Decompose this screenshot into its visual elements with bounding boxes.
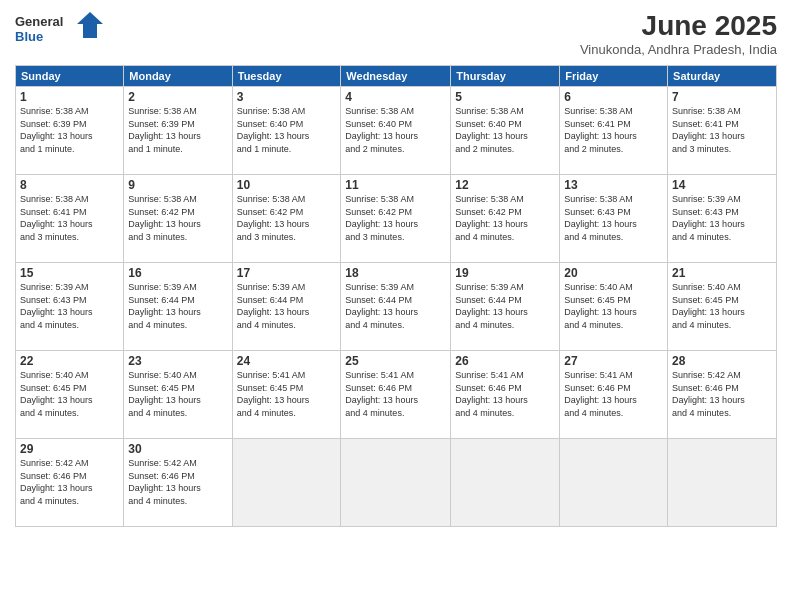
calendar-week-row: 22Sunrise: 5:40 AMSunset: 6:45 PMDayligh… xyxy=(16,351,777,439)
day-info: Sunrise: 5:38 AMSunset: 6:42 PMDaylight:… xyxy=(455,193,555,243)
col-thursday: Thursday xyxy=(451,66,560,87)
day-number: 17 xyxy=(237,266,337,280)
day-info: Sunrise: 5:41 AMSunset: 6:46 PMDaylight:… xyxy=(455,369,555,419)
day-number: 14 xyxy=(672,178,772,192)
page: General Blue June 2025 Vinukonda, Andhra… xyxy=(0,0,792,612)
day-info: Sunrise: 5:38 AMSunset: 6:41 PMDaylight:… xyxy=(20,193,119,243)
logo-svg: General Blue xyxy=(15,10,105,48)
day-info: Sunrise: 5:38 AMSunset: 6:42 PMDaylight:… xyxy=(345,193,446,243)
table-row: 14Sunrise: 5:39 AMSunset: 6:43 PMDayligh… xyxy=(668,175,777,263)
day-number: 24 xyxy=(237,354,337,368)
day-info: Sunrise: 5:42 AMSunset: 6:46 PMDaylight:… xyxy=(128,457,227,507)
table-row: 13Sunrise: 5:38 AMSunset: 6:43 PMDayligh… xyxy=(560,175,668,263)
table-row: 27Sunrise: 5:41 AMSunset: 6:46 PMDayligh… xyxy=(560,351,668,439)
day-number: 22 xyxy=(20,354,119,368)
table-row: 9Sunrise: 5:38 AMSunset: 6:42 PMDaylight… xyxy=(124,175,232,263)
table-row xyxy=(341,439,451,527)
day-number: 23 xyxy=(128,354,227,368)
day-info: Sunrise: 5:39 AMSunset: 6:43 PMDaylight:… xyxy=(672,193,772,243)
table-row: 6Sunrise: 5:38 AMSunset: 6:41 PMDaylight… xyxy=(560,87,668,175)
table-row: 25Sunrise: 5:41 AMSunset: 6:46 PMDayligh… xyxy=(341,351,451,439)
day-number: 20 xyxy=(564,266,663,280)
day-info: Sunrise: 5:41 AMSunset: 6:46 PMDaylight:… xyxy=(345,369,446,419)
table-row xyxy=(668,439,777,527)
table-row: 3Sunrise: 5:38 AMSunset: 6:40 PMDaylight… xyxy=(232,87,341,175)
day-number: 5 xyxy=(455,90,555,104)
table-row: 28Sunrise: 5:42 AMSunset: 6:46 PMDayligh… xyxy=(668,351,777,439)
day-number: 16 xyxy=(128,266,227,280)
svg-text:General: General xyxy=(15,14,63,29)
day-info: Sunrise: 5:40 AMSunset: 6:45 PMDaylight:… xyxy=(564,281,663,331)
col-tuesday: Tuesday xyxy=(232,66,341,87)
day-info: Sunrise: 5:41 AMSunset: 6:45 PMDaylight:… xyxy=(237,369,337,419)
day-info: Sunrise: 5:38 AMSunset: 6:42 PMDaylight:… xyxy=(128,193,227,243)
day-info: Sunrise: 5:39 AMSunset: 6:44 PMDaylight:… xyxy=(345,281,446,331)
table-row: 19Sunrise: 5:39 AMSunset: 6:44 PMDayligh… xyxy=(451,263,560,351)
location: Vinukonda, Andhra Pradesh, India xyxy=(580,42,777,57)
day-number: 7 xyxy=(672,90,772,104)
calendar-week-row: 1Sunrise: 5:38 AMSunset: 6:39 PMDaylight… xyxy=(16,87,777,175)
logo: General Blue xyxy=(15,10,105,48)
table-row: 10Sunrise: 5:38 AMSunset: 6:42 PMDayligh… xyxy=(232,175,341,263)
day-info: Sunrise: 5:40 AMSunset: 6:45 PMDaylight:… xyxy=(672,281,772,331)
table-row: 26Sunrise: 5:41 AMSunset: 6:46 PMDayligh… xyxy=(451,351,560,439)
col-monday: Monday xyxy=(124,66,232,87)
day-info: Sunrise: 5:38 AMSunset: 6:40 PMDaylight:… xyxy=(455,105,555,155)
day-info: Sunrise: 5:38 AMSunset: 6:41 PMDaylight:… xyxy=(672,105,772,155)
table-row: 7Sunrise: 5:38 AMSunset: 6:41 PMDaylight… xyxy=(668,87,777,175)
col-sunday: Sunday xyxy=(16,66,124,87)
table-row: 16Sunrise: 5:39 AMSunset: 6:44 PMDayligh… xyxy=(124,263,232,351)
day-number: 25 xyxy=(345,354,446,368)
col-wednesday: Wednesday xyxy=(341,66,451,87)
table-row: 2Sunrise: 5:38 AMSunset: 6:39 PMDaylight… xyxy=(124,87,232,175)
day-info: Sunrise: 5:41 AMSunset: 6:46 PMDaylight:… xyxy=(564,369,663,419)
table-row: 29Sunrise: 5:42 AMSunset: 6:46 PMDayligh… xyxy=(16,439,124,527)
table-row xyxy=(451,439,560,527)
table-row: 5Sunrise: 5:38 AMSunset: 6:40 PMDaylight… xyxy=(451,87,560,175)
day-number: 12 xyxy=(455,178,555,192)
day-number: 8 xyxy=(20,178,119,192)
table-row: 21Sunrise: 5:40 AMSunset: 6:45 PMDayligh… xyxy=(668,263,777,351)
table-row: 24Sunrise: 5:41 AMSunset: 6:45 PMDayligh… xyxy=(232,351,341,439)
day-number: 4 xyxy=(345,90,446,104)
table-row xyxy=(560,439,668,527)
day-info: Sunrise: 5:42 AMSunset: 6:46 PMDaylight:… xyxy=(20,457,119,507)
table-row xyxy=(232,439,341,527)
day-number: 11 xyxy=(345,178,446,192)
day-number: 10 xyxy=(237,178,337,192)
day-number: 26 xyxy=(455,354,555,368)
day-info: Sunrise: 5:38 AMSunset: 6:39 PMDaylight:… xyxy=(20,105,119,155)
day-number: 18 xyxy=(345,266,446,280)
svg-text:Blue: Blue xyxy=(15,29,43,44)
calendar-week-row: 15Sunrise: 5:39 AMSunset: 6:43 PMDayligh… xyxy=(16,263,777,351)
title-block: June 2025 Vinukonda, Andhra Pradesh, Ind… xyxy=(580,10,777,57)
day-info: Sunrise: 5:39 AMSunset: 6:44 PMDaylight:… xyxy=(455,281,555,331)
day-number: 30 xyxy=(128,442,227,456)
table-row: 8Sunrise: 5:38 AMSunset: 6:41 PMDaylight… xyxy=(16,175,124,263)
table-row: 15Sunrise: 5:39 AMSunset: 6:43 PMDayligh… xyxy=(16,263,124,351)
day-number: 13 xyxy=(564,178,663,192)
day-number: 1 xyxy=(20,90,119,104)
day-number: 27 xyxy=(564,354,663,368)
day-info: Sunrise: 5:39 AMSunset: 6:44 PMDaylight:… xyxy=(237,281,337,331)
day-info: Sunrise: 5:38 AMSunset: 6:43 PMDaylight:… xyxy=(564,193,663,243)
day-info: Sunrise: 5:42 AMSunset: 6:46 PMDaylight:… xyxy=(672,369,772,419)
calendar-week-row: 8Sunrise: 5:38 AMSunset: 6:41 PMDaylight… xyxy=(16,175,777,263)
day-number: 19 xyxy=(455,266,555,280)
table-row: 18Sunrise: 5:39 AMSunset: 6:44 PMDayligh… xyxy=(341,263,451,351)
day-info: Sunrise: 5:38 AMSunset: 6:41 PMDaylight:… xyxy=(564,105,663,155)
table-row: 17Sunrise: 5:39 AMSunset: 6:44 PMDayligh… xyxy=(232,263,341,351)
table-row: 22Sunrise: 5:40 AMSunset: 6:45 PMDayligh… xyxy=(16,351,124,439)
svg-marker-2 xyxy=(77,12,103,38)
col-saturday: Saturday xyxy=(668,66,777,87)
day-info: Sunrise: 5:38 AMSunset: 6:40 PMDaylight:… xyxy=(345,105,446,155)
day-info: Sunrise: 5:39 AMSunset: 6:43 PMDaylight:… xyxy=(20,281,119,331)
header: General Blue June 2025 Vinukonda, Andhra… xyxy=(15,10,777,57)
day-number: 29 xyxy=(20,442,119,456)
calendar-header-row: Sunday Monday Tuesday Wednesday Thursday… xyxy=(16,66,777,87)
day-number: 21 xyxy=(672,266,772,280)
table-row: 23Sunrise: 5:40 AMSunset: 6:45 PMDayligh… xyxy=(124,351,232,439)
calendar-table: Sunday Monday Tuesday Wednesday Thursday… xyxy=(15,65,777,527)
table-row: 11Sunrise: 5:38 AMSunset: 6:42 PMDayligh… xyxy=(341,175,451,263)
day-info: Sunrise: 5:38 AMSunset: 6:39 PMDaylight:… xyxy=(128,105,227,155)
